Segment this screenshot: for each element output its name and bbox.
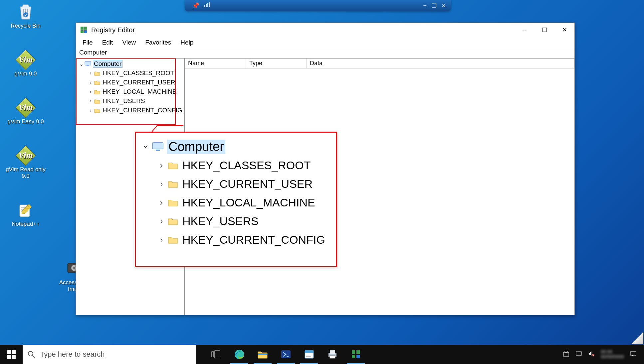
- callout-node-hkcu: ›HKEY_CURRENT_USER: [156, 175, 330, 193]
- taskbar-app-explorer[interactable]: [251, 345, 274, 364]
- desktop-icon-gvim-readonly[interactable]: Vim gVim Read only 9.0: [4, 146, 47, 180]
- tray-clock[interactable]: 00:0000/00/0000: [601, 349, 624, 360]
- desktop-icon-gvim[interactable]: Vim gVim 9.0: [4, 51, 47, 77]
- svg-rect-9: [81, 27, 84, 30]
- taskbar: Type here to search 00:0000/00/0000: [0, 345, 644, 364]
- pin-icon[interactable]: 📌: [192, 2, 199, 9]
- taskbar-app-edge[interactable]: [228, 345, 251, 364]
- folder-icon: [94, 107, 101, 114]
- session-close-icon[interactable]: ✕: [441, 2, 446, 9]
- callout-node-hklm: ›HKEY_LOCAL_MACHINE: [156, 193, 330, 212]
- svg-rect-2: [207, 3, 208, 7]
- svg-rect-34: [356, 350, 360, 354]
- svg-point-8: [73, 267, 75, 269]
- gvim-readonly-icon: Vim: [15, 146, 36, 165]
- tree-node-label: Computer: [93, 60, 122, 67]
- tree-node-hkcu[interactable]: ›HKEY_CURRENT_USER: [87, 78, 184, 87]
- chevron-down-icon[interactable]: ⌄: [78, 61, 85, 67]
- menu-favorites[interactable]: Favorites: [141, 38, 175, 48]
- menubar: File Edit View Favorites Help: [76, 37, 574, 48]
- computer-icon: [85, 61, 91, 67]
- callout-node-computer: › Computer: [140, 137, 330, 156]
- chevron-right-icon: ›: [156, 216, 167, 226]
- start-button[interactable]: [0, 345, 23, 364]
- session-restore-icon[interactable]: ❐: [431, 2, 437, 9]
- menu-file[interactable]: File: [79, 38, 97, 48]
- session-minimize-icon[interactable]: −: [423, 2, 427, 9]
- svg-rect-16: [156, 150, 160, 151]
- svg-rect-10: [84, 27, 87, 30]
- callout-node-hkcc: ›HKEY_CURRENT_CONFIG: [156, 230, 330, 249]
- desktop-icon-label: gVim 9.0: [4, 70, 47, 77]
- svg-rect-39: [578, 356, 580, 356]
- desktop-icons: Recycle Bin Vim gVim 9.0 Vim gVim Easy 9…: [4, 3, 47, 227]
- taskbar-app-regedit[interactable]: [344, 345, 367, 364]
- svg-rect-36: [356, 355, 360, 358]
- annotation-callout: › Computer ›HKEY_CLASSES_ROOT ›HKEY_CURR…: [135, 132, 337, 267]
- tray-notifications-icon[interactable]: [630, 350, 637, 359]
- windows-icon: [7, 350, 16, 359]
- svg-rect-33: [352, 350, 355, 354]
- chevron-right-icon[interactable]: ›: [87, 107, 94, 113]
- callout-node-hku: ›HKEY_USERS: [156, 212, 330, 230]
- taskbar-app-printer[interactable]: [321, 345, 344, 364]
- svg-rect-24: [215, 351, 220, 358]
- svg-rect-32: [330, 356, 335, 358]
- taskbar-app-wordpad[interactable]: [298, 345, 321, 364]
- chevron-right-icon: ›: [156, 235, 167, 245]
- desktop-icon-recycle-bin[interactable]: Recycle Bin: [4, 3, 47, 29]
- titlebar[interactable]: Registry Editor ─ ☐ ✕: [76, 23, 574, 37]
- desktop-icon-label: gVim Easy 9.0: [4, 118, 47, 125]
- address-bar[interactable]: Computer: [76, 48, 574, 58]
- svg-rect-41: [631, 351, 636, 355]
- column-header-data[interactable]: Data: [307, 59, 574, 68]
- tree-node-computer[interactable]: ⌄ Computer: [78, 59, 184, 68]
- folder-icon: [94, 79, 101, 86]
- tray-up-icon[interactable]: [563, 350, 569, 359]
- desktop-icon-label: gVim Read only 9.0: [4, 166, 47, 180]
- maximize-button[interactable]: ☐: [535, 23, 554, 37]
- taskbar-search[interactable]: Type here to search: [23, 345, 196, 364]
- svg-rect-26: [258, 353, 267, 355]
- svg-rect-13: [85, 61, 91, 65]
- tray-display-icon[interactable]: [575, 350, 582, 359]
- tray-volume-icon[interactable]: [588, 350, 595, 359]
- svg-rect-17: [7, 350, 11, 354]
- menu-edit[interactable]: Edit: [98, 38, 117, 48]
- tree-node-label: HKEY_CURRENT_USER: [103, 79, 175, 86]
- address-text: Computer: [79, 49, 107, 56]
- callout-node-label: HKEY_CURRENT_USER: [182, 178, 313, 190]
- desktop-icon-notepadpp[interactable]: Notepad++: [4, 201, 47, 227]
- recycle-bin-icon: [15, 3, 36, 21]
- tree-node-hkcc[interactable]: ›HKEY_CURRENT_CONFIG: [87, 106, 184, 115]
- chevron-right-icon[interactable]: ›: [87, 89, 94, 95]
- task-view-button[interactable]: [204, 345, 228, 364]
- svg-rect-31: [330, 350, 335, 354]
- chevron-down-icon: ›: [141, 141, 151, 152]
- desktop-icon-gvim-easy[interactable]: Vim gVim Easy 9.0: [4, 98, 47, 125]
- tree-node-hklm[interactable]: ›HKEY_LOCAL_MACHINE: [87, 87, 184, 96]
- notepadpp-icon: [15, 201, 36, 219]
- folder-icon: [94, 88, 101, 95]
- tree-node-hku[interactable]: ›HKEY_USERS: [87, 96, 184, 106]
- menu-help[interactable]: Help: [176, 38, 197, 48]
- chevron-right-icon[interactable]: ›: [87, 79, 94, 85]
- menu-view[interactable]: View: [118, 38, 140, 48]
- svg-rect-18: [12, 350, 16, 354]
- page-curl-decoration: [631, 332, 643, 344]
- tree-node-hkcr[interactable]: ›HKEY_CLASSES_ROOT: [87, 68, 184, 78]
- svg-rect-37: [563, 352, 569, 356]
- folder-icon: [94, 98, 101, 104]
- svg-line-22: [32, 355, 35, 358]
- tree-node-label: HKEY_CLASSES_ROOT: [103, 69, 174, 77]
- search-icon: [27, 350, 35, 358]
- chevron-right-icon[interactable]: ›: [87, 70, 94, 76]
- gvim-easy-icon: Vim: [15, 98, 36, 117]
- close-button[interactable]: ✕: [554, 23, 574, 37]
- remote-session-bar: 📌 − ❐ ✕: [185, 0, 451, 11]
- column-header-name[interactable]: Name: [185, 59, 246, 68]
- column-header-type[interactable]: Type: [246, 59, 307, 68]
- chevron-right-icon[interactable]: ›: [87, 98, 94, 104]
- minimize-button[interactable]: ─: [515, 23, 535, 37]
- taskbar-app-powershell[interactable]: [274, 345, 298, 364]
